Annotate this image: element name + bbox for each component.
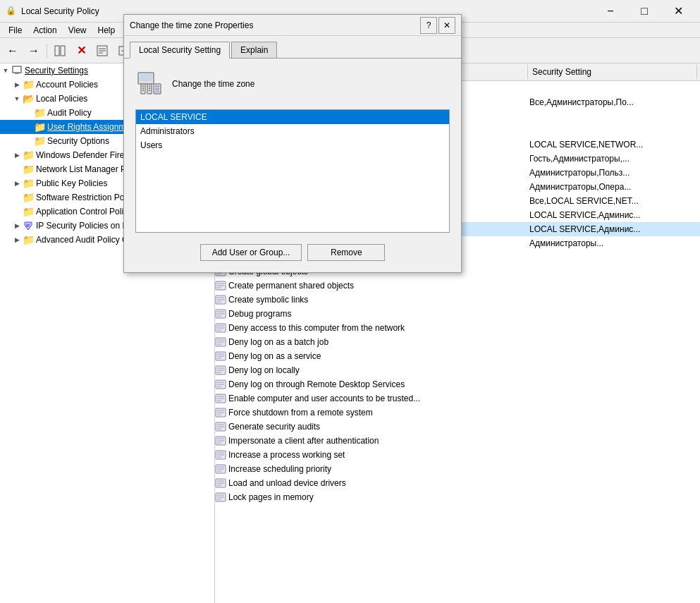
dialog-tabs: Local Security Setting Explain [124, 36, 461, 59]
policy-row[interactable]: Enable computer and user accounts to be … [215, 391, 700, 406]
dialog-tab-local-security[interactable]: Local Security Setting [130, 42, 230, 59]
policy-row[interactable]: Impersonate a client after authenticatio… [215, 434, 700, 448]
delete-button[interactable]: ✕ [71, 41, 91, 61]
policy-name-text: Impersonate a client after authenticatio… [228, 436, 379, 446]
dialog-help-button[interactable]: ? [420, 17, 437, 34]
minimize-button[interactable]: − [594, 0, 627, 23]
svg-rect-144 [149, 85, 150, 87]
dialog-list-item[interactable]: LOCAL SERVICE [136, 110, 449, 124]
policy-item-icon [215, 336, 226, 348]
properties-button[interactable] [92, 41, 112, 61]
folder-icon-application-control: 📁 [23, 206, 34, 217]
policy-row[interactable]: Create symbolic links [215, 293, 700, 307]
policy-item-icon [215, 421, 226, 432]
policy-row[interactable]: Increase a process working set [215, 448, 700, 462]
dialog-close-button[interactable]: ✕ [438, 17, 455, 34]
expander-windows-defender[interactable]: ▶ [11, 150, 23, 161]
policy-name-cell: Deny access to this computer from the ne… [215, 322, 525, 334]
dialog-tab-explain[interactable]: Explain [231, 42, 277, 58]
policy-name-text: Deny log on as a batch job [228, 337, 328, 347]
expander-account-policies[interactable]: ▶ [11, 79, 23, 90]
policy-setting-cell [525, 468, 700, 470]
dialog-user-list[interactable]: LOCAL SERVICEAdministratorsUsers [135, 109, 450, 233]
add-user-or-group-button[interactable]: Add User or Group... [200, 244, 302, 261]
svg-rect-138 [140, 74, 152, 81]
app-icon: 🔒 [6, 6, 17, 17]
policy-row[interactable]: Create permanent shared objects [215, 279, 700, 293]
policy-setting-cell: LOCAL SERVICE,NETWOR... [525, 139, 700, 150]
folder-icon-public-key: 📁 [23, 178, 34, 189]
folder-icon-windows-defender: 📁 [23, 150, 34, 161]
tree-label-public-key: Public Key Policies [36, 178, 107, 188]
expander-advanced-audit[interactable]: ▶ [11, 234, 23, 245]
folder-icon-audit-policy: 📁 [34, 107, 45, 118]
menu-action[interactable]: Action [27, 24, 62, 37]
dialog-content: Change the time zone LOCAL SERVICEAdmini… [124, 59, 461, 272]
policy-row[interactable]: Load and unload device drivers [215, 476, 700, 490]
shield-folder-icon-ip-security: IP [23, 220, 34, 231]
policy-row[interactable]: Increase scheduling priority [215, 462, 700, 476]
policy-item-icon [215, 435, 226, 446]
svg-rect-13 [13, 66, 21, 73]
console-tree-icon [54, 45, 66, 56]
policy-setting-cell [525, 482, 700, 484]
expander-ip-security[interactable]: ▶ [11, 220, 23, 231]
expander-security-settings[interactable]: ▼ [0, 65, 11, 76]
policy-item-icon [215, 280, 226, 291]
tree-label-local-policies: Local Policies [36, 94, 87, 104]
policy-name-text: Force shutdown from a remote system [228, 408, 373, 418]
svg-rect-148 [155, 85, 159, 87]
policy-row[interactable]: Force shutdown from a remote system [215, 406, 700, 420]
menu-file[interactable]: File [3, 24, 27, 37]
policy-row[interactable]: Deny log on through Remote Desktop Servi… [215, 377, 700, 391]
tree-label-security-settings: Security Settings [25, 66, 88, 75]
policy-name-cell: Deny log on through Remote Desktop Servi… [215, 379, 525, 390]
expander-public-key[interactable]: ▶ [11, 178, 23, 189]
svg-rect-140 [142, 85, 144, 87]
dialog-change-timezone: Change the time zone Properties ? ✕ Loca… [123, 14, 462, 273]
policy-item-icon [215, 407, 226, 418]
svg-rect-146 [149, 90, 150, 91]
policy-row[interactable]: Debug programs [215, 307, 700, 321]
svg-rect-0 [55, 46, 59, 56]
svg-rect-149 [155, 88, 159, 90]
policy-setting-cell [525, 440, 700, 441]
policy-name-cell: Force shutdown from a remote system [215, 407, 525, 418]
policy-row[interactable]: Generate security audits [215, 420, 700, 434]
policy-setting-cell [525, 412, 700, 413]
folder-icon-account-policies: 📁 [23, 79, 34, 90]
menu-view[interactable]: View [63, 24, 92, 37]
policy-setting-cell [525, 299, 700, 300]
policy-row[interactable]: Deny log on as a service [215, 349, 700, 363]
expander-local-policies[interactable]: ▼ [11, 93, 23, 104]
menu-help[interactable]: Help [92, 24, 121, 37]
show-hide-console-tree-button[interactable] [50, 41, 70, 61]
policy-setting-cell [525, 257, 700, 258]
policy-row[interactable]: Lock pages in memory [215, 490, 700, 504]
back-button[interactable]: ← [3, 41, 23, 61]
dialog-policy-icon [135, 70, 164, 98]
tree-label-account-policies: Account Policies [36, 80, 98, 90]
policy-row[interactable]: Deny access to this computer from the ne… [215, 321, 700, 335]
close-button[interactable]: ✕ [662, 0, 694, 23]
dialog-controls: ? ✕ [420, 17, 455, 34]
forward-button[interactable]: → [24, 41, 44, 61]
dialog-list-item[interactable]: Users [136, 138, 449, 152]
policy-setting-cell [525, 271, 700, 272]
maximize-button[interactable]: □ [628, 0, 661, 23]
policy-setting-cell [525, 355, 700, 357]
folder-icon-software-restriction: 📁 [23, 192, 34, 203]
policy-row[interactable]: Deny log on locally [215, 363, 700, 377]
policy-setting-cell [525, 341, 700, 343]
remove-button[interactable]: Remove [307, 244, 385, 261]
policy-item-icon [215, 351, 226, 362]
folder-icon-network-list: 📁 [23, 164, 34, 175]
policy-row[interactable]: Deny log on as a batch job [215, 335, 700, 349]
policy-name-cell: Lock pages in memory [215, 492, 525, 503]
policy-setting-cell [525, 426, 700, 427]
policy-setting-cell [525, 370, 700, 371]
dialog-list-item[interactable]: Administrators [136, 124, 449, 138]
policy-item-icon [215, 365, 226, 376]
window-controls: − □ ✕ [594, 0, 694, 23]
svg-rect-1 [61, 46, 65, 56]
